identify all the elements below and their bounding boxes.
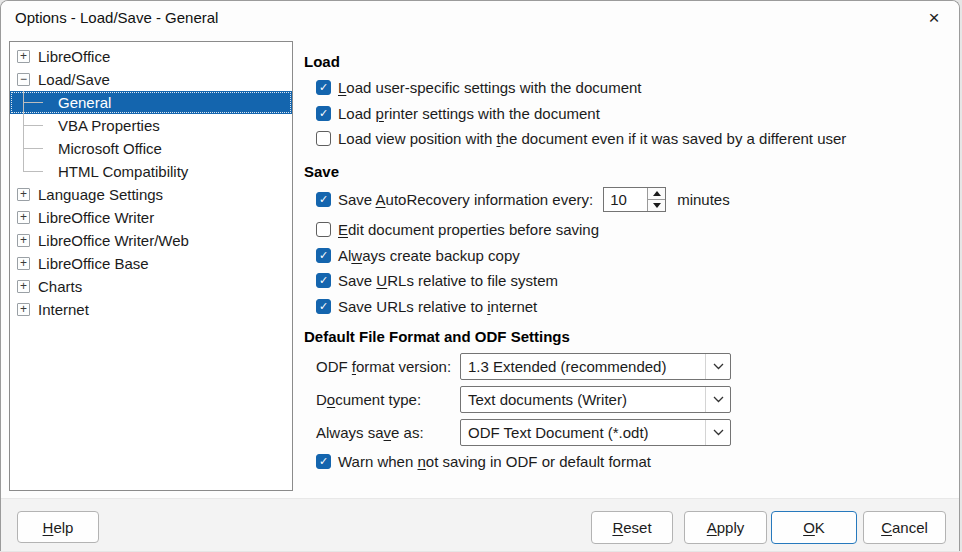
checkbox-label: Warn when not saving in ODF or default f… xyxy=(338,453,651,470)
expand-icon[interactable]: + xyxy=(17,211,30,224)
spin-up-button[interactable] xyxy=(648,188,665,200)
expand-icon[interactable]: + xyxy=(17,280,30,293)
settings-panel: Load ✓ Load user-specific settings with … xyxy=(304,41,956,497)
window-title: Options - Load/Save - General xyxy=(15,1,218,34)
tree-item-load-save[interactable]: −Load/Save xyxy=(10,68,292,91)
spin-down-button[interactable] xyxy=(648,200,665,211)
tree-item-label: HTML Compatibility xyxy=(58,163,188,180)
down-arrow-icon xyxy=(653,203,661,208)
expand-icon[interactable]: + xyxy=(17,234,30,247)
checkbox-label: Load user-specific settings with the doc… xyxy=(338,79,642,96)
tree-item-label: Internet xyxy=(38,301,89,318)
dropdown-label: Document type: xyxy=(316,391,460,408)
document-type-select[interactable]: Text documents (Writer) xyxy=(460,386,731,413)
checkbox-label: Always create backup copy xyxy=(338,247,520,264)
expand-icon[interactable]: + xyxy=(17,303,30,316)
tree-item-libreoffice[interactable]: +LibreOffice xyxy=(10,45,292,68)
expand-icon[interactable]: + xyxy=(17,188,30,201)
autorecovery-spinner[interactable]: 10 xyxy=(603,187,666,212)
up-arrow-icon xyxy=(653,191,661,196)
expand-icon[interactable]: + xyxy=(17,50,30,63)
tree-item-libreoffice-base[interactable]: +LibreOffice Base xyxy=(10,252,292,275)
document-type-row: Document type: Text documents (Writer) xyxy=(304,386,956,413)
tree-item-libreoffice-writer-web[interactable]: +LibreOffice Writer/Web xyxy=(10,229,292,252)
odf-format-version-select[interactable]: 1.3 Extended (recommended) xyxy=(460,353,731,380)
close-icon: × xyxy=(928,7,939,28)
checkbox-label: Save URLs relative to internet xyxy=(338,298,537,315)
load-section-heading: Load xyxy=(304,51,340,72)
tree-item-label: LibreOffice Writer xyxy=(38,209,154,226)
checkbox-icon[interactable]: ✓ xyxy=(316,273,331,288)
chevron-down-icon[interactable] xyxy=(705,354,730,379)
checkbox-icon[interactable]: ✓ xyxy=(316,248,331,263)
tree-item-label: General xyxy=(58,94,111,111)
checkbox-icon[interactable]: ✓ xyxy=(316,454,331,469)
spinner-unit-label: minutes xyxy=(677,191,730,208)
tree-item-libreoffice-writer[interactable]: +LibreOffice Writer xyxy=(10,206,292,229)
tree-item-charts[interactable]: +Charts xyxy=(10,275,292,298)
checkbox-icon[interactable]: ✓ xyxy=(316,80,331,95)
options-dialog: Options - Load/Save - General × +LibreOf… xyxy=(0,0,960,551)
tree-item-microsoft-office[interactable]: Microsoft Office xyxy=(10,137,292,160)
checkbox-icon[interactable] xyxy=(316,222,331,237)
checkbox-label: Load view position with the document eve… xyxy=(338,130,846,147)
checkbox-icon[interactable]: ✓ xyxy=(316,299,331,314)
checkbox-row-urls-file-system[interactable]: ✓ Save URLs relative to file system xyxy=(304,269,956,291)
checkbox-row-load-printer-settings[interactable]: ✓ Load printer settings with the documen… xyxy=(304,102,956,124)
cancel-button[interactable]: Cancel xyxy=(863,511,946,544)
checkbox-label: Edit document properties before saving xyxy=(338,221,599,238)
checkbox-label: Load printer settings with the document xyxy=(338,105,600,122)
select-value: ODF Text Document (*.odt) xyxy=(461,420,705,445)
checkbox-row-backup-copy[interactable]: ✓ Always create backup copy xyxy=(304,244,956,266)
checkbox-row-edit-properties[interactable]: Edit document properties before saving xyxy=(304,218,956,240)
category-tree: +LibreOffice −Load/Save General VBA Prop… xyxy=(9,41,293,491)
checkbox-row-autorecovery[interactable]: ✓ Save AutoRecovery information every: 1… xyxy=(304,186,956,212)
select-value: Text documents (Writer) xyxy=(461,387,705,412)
checkbox-row-load-user-settings[interactable]: ✓ Load user-specific settings with the d… xyxy=(304,76,956,98)
reset-button[interactable]: Reset xyxy=(591,511,673,544)
expand-icon[interactable]: + xyxy=(17,257,30,270)
checkbox-row-load-view-position[interactable]: Load view position with the document eve… xyxy=(304,127,956,149)
odf-format-version-row: ODF format version: 1.3 Extended (recomm… xyxy=(304,353,956,380)
chevron-down-icon[interactable] xyxy=(705,420,730,445)
tree-item-label: Language Settings xyxy=(38,186,163,203)
tree-item-html-compatibility[interactable]: HTML Compatibility xyxy=(10,160,292,183)
checkbox-icon[interactable]: ✓ xyxy=(316,192,331,207)
checkbox-icon[interactable]: ✓ xyxy=(316,106,331,121)
save-section-heading: Save xyxy=(304,161,339,182)
dropdown-label: ODF format version: xyxy=(316,358,460,375)
ok-button[interactable]: OK xyxy=(771,511,857,544)
autorecovery-minutes-input[interactable]: 10 xyxy=(604,188,647,211)
select-value: 1.3 Extended (recommended) xyxy=(461,354,705,379)
collapse-icon[interactable]: − xyxy=(17,73,30,86)
tree-item-label: Charts xyxy=(38,278,82,295)
spinner-buttons xyxy=(647,188,665,211)
checkbox-row-urls-internet[interactable]: ✓ Save URLs relative to internet xyxy=(304,295,956,317)
checkbox-icon[interactable] xyxy=(316,131,331,146)
always-save-as-row: Always save as: ODF Text Document (*.odt… xyxy=(304,419,956,446)
checkbox-row-warn-odf[interactable]: ✓ Warn when not saving in ODF or default… xyxy=(304,450,956,472)
tree-item-label: LibreOffice xyxy=(38,48,110,65)
checkbox-label: Save AutoRecovery information every: xyxy=(338,191,593,208)
apply-button[interactable]: Apply xyxy=(684,511,767,544)
always-save-as-select[interactable]: ODF Text Document (*.odt) xyxy=(460,419,731,446)
dialog-footer: Help Reset Apply OK Cancel xyxy=(1,498,959,551)
dropdown-label: Always save as: xyxy=(316,424,460,441)
chevron-down-icon[interactable] xyxy=(705,387,730,412)
titlebar: Options - Load/Save - General × xyxy=(1,1,959,34)
close-button[interactable]: × xyxy=(919,5,949,31)
tree-item-internet[interactable]: +Internet xyxy=(10,298,292,321)
tree-item-label: Microsoft Office xyxy=(58,140,162,157)
tree-item-vba-properties[interactable]: VBA Properties xyxy=(10,114,292,137)
help-button[interactable]: Help xyxy=(17,511,99,543)
tree-item-label: Load/Save xyxy=(38,71,110,88)
tree-item-label: LibreOffice Writer/Web xyxy=(38,232,189,249)
formats-section-heading: Default File Format and ODF Settings xyxy=(304,326,570,347)
tree-item-label: VBA Properties xyxy=(58,117,160,134)
tree-item-general[interactable]: General xyxy=(10,91,292,114)
checkbox-label: Save URLs relative to file system xyxy=(338,272,558,289)
tree-item-language-settings[interactable]: +Language Settings xyxy=(10,183,292,206)
tree-item-label: LibreOffice Base xyxy=(38,255,149,272)
